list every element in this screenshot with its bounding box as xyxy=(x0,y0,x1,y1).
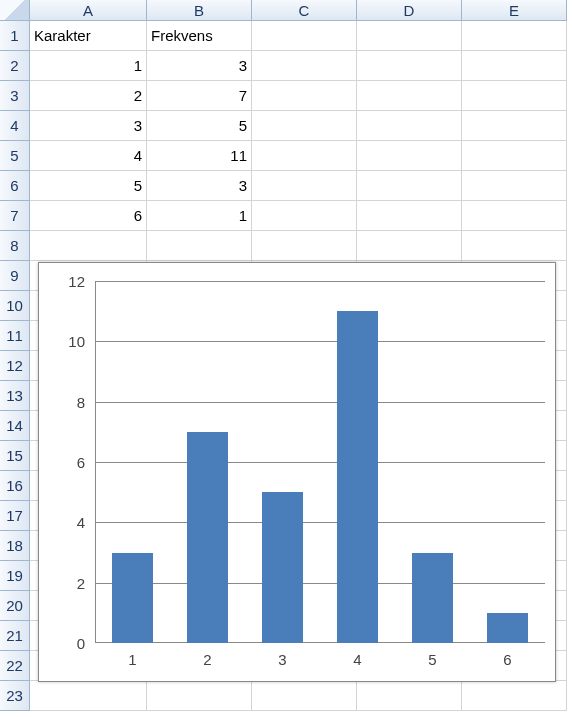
row-header[interactable]: 22 xyxy=(0,651,30,681)
row-header[interactable]: 11 xyxy=(0,321,30,351)
cell-A5[interactable]: 4 xyxy=(30,141,147,171)
chart-bar xyxy=(337,311,378,643)
chart-bar xyxy=(412,553,453,644)
cell-A6[interactable]: 5 xyxy=(30,171,147,201)
row-header[interactable]: 17 xyxy=(0,501,30,531)
chart-axes xyxy=(95,281,545,643)
cell[interactable] xyxy=(30,231,147,261)
cell-B5[interactable]: 11 xyxy=(147,141,252,171)
cell-E1[interactable] xyxy=(462,21,567,51)
row-header[interactable]: 15 xyxy=(0,441,30,471)
row-header[interactable]: 5 xyxy=(0,141,30,171)
cell[interactable] xyxy=(462,51,567,81)
row-header[interactable]: 23 xyxy=(0,681,30,711)
row-header[interactable]: 2 xyxy=(0,51,30,81)
cell-B1[interactable]: Frekvens xyxy=(147,21,252,51)
cell[interactable] xyxy=(462,201,567,231)
cell[interactable] xyxy=(462,171,567,201)
chart-y-tick: 2 xyxy=(77,574,85,591)
cell[interactable] xyxy=(357,111,462,141)
row-header[interactable]: 1 xyxy=(0,21,30,51)
row-header[interactable]: 21 xyxy=(0,621,30,651)
cell[interactable] xyxy=(30,681,147,711)
cell-A4[interactable]: 3 xyxy=(30,111,147,141)
embedded-chart[interactable]: 024681012123456 xyxy=(38,262,556,682)
cell[interactable] xyxy=(252,201,357,231)
chart-bar xyxy=(262,492,303,643)
cell[interactable] xyxy=(357,141,462,171)
row-header[interactable]: 16 xyxy=(0,471,30,501)
cell[interactable] xyxy=(252,231,357,261)
cell[interactable] xyxy=(357,171,462,201)
cell[interactable] xyxy=(462,681,567,711)
chart-y-tick: 4 xyxy=(77,514,85,531)
cell[interactable] xyxy=(357,681,462,711)
chart-x-tick: 4 xyxy=(353,651,361,668)
row-header[interactable]: 20 xyxy=(0,591,30,621)
chart-x-tick: 6 xyxy=(503,651,511,668)
col-header-C[interactable]: C xyxy=(252,0,357,21)
row-header[interactable]: 12 xyxy=(0,351,30,381)
row-header[interactable]: 14 xyxy=(0,411,30,441)
cell[interactable] xyxy=(462,81,567,111)
cell-A1[interactable]: Karakter xyxy=(30,21,147,51)
chart-bar xyxy=(112,553,153,644)
cell[interactable] xyxy=(357,201,462,231)
row-header[interactable]: 10 xyxy=(0,291,30,321)
chart-y-tick: 0 xyxy=(77,635,85,652)
cell-C1[interactable] xyxy=(252,21,357,51)
chart-x-tick: 1 xyxy=(128,651,136,668)
cell[interactable] xyxy=(357,51,462,81)
chart-y-tick: 10 xyxy=(68,333,85,350)
cell[interactable] xyxy=(252,51,357,81)
cell[interactable] xyxy=(252,141,357,171)
cell-A3[interactable]: 2 xyxy=(30,81,147,111)
cell-B7[interactable]: 1 xyxy=(147,201,252,231)
cell[interactable] xyxy=(462,111,567,141)
row-header[interactable]: 18 xyxy=(0,531,30,561)
cell[interactable] xyxy=(252,171,357,201)
select-all-corner[interactable] xyxy=(0,0,30,21)
cell[interactable] xyxy=(147,681,252,711)
chart-y-tick: 6 xyxy=(77,454,85,471)
cell[interactable] xyxy=(462,141,567,171)
cell-B3[interactable]: 7 xyxy=(147,81,252,111)
chart-x-tick: 5 xyxy=(428,651,436,668)
cell-A2[interactable]: 1 xyxy=(30,51,147,81)
chart-x-tick: 3 xyxy=(278,651,286,668)
chart-plot-area: 024681012123456 xyxy=(95,281,545,643)
row-header[interactable]: 7 xyxy=(0,201,30,231)
row-header[interactable]: 6 xyxy=(0,171,30,201)
cell-D1[interactable] xyxy=(357,21,462,51)
cell[interactable] xyxy=(252,111,357,141)
cell[interactable] xyxy=(252,81,357,111)
chart-bar xyxy=(187,432,228,643)
chart-y-tick: 12 xyxy=(68,273,85,290)
cell-A7[interactable]: 6 xyxy=(30,201,147,231)
col-header-D[interactable]: D xyxy=(357,0,462,21)
cell-B6[interactable]: 3 xyxy=(147,171,252,201)
row-header[interactable]: 19 xyxy=(0,561,30,591)
chart-y-tick: 8 xyxy=(77,393,85,410)
cell[interactable] xyxy=(252,681,357,711)
cell-B2[interactable]: 3 xyxy=(147,51,252,81)
col-header-E[interactable]: E xyxy=(462,0,567,21)
row-header[interactable]: 8 xyxy=(0,231,30,261)
chart-x-tick: 2 xyxy=(203,651,211,668)
row-header[interactable]: 13 xyxy=(0,381,30,411)
row-header[interactable]: 9 xyxy=(0,261,30,291)
row-header[interactable]: 3 xyxy=(0,81,30,111)
row-header[interactable]: 4 xyxy=(0,111,30,141)
cell[interactable] xyxy=(357,81,462,111)
cell-B4[interactable]: 5 xyxy=(147,111,252,141)
cell[interactable] xyxy=(462,231,567,261)
col-header-A[interactable]: A xyxy=(30,0,147,21)
cell[interactable] xyxy=(357,231,462,261)
col-header-B[interactable]: B xyxy=(147,0,252,21)
chart-bar xyxy=(487,613,528,643)
cell[interactable] xyxy=(147,231,252,261)
